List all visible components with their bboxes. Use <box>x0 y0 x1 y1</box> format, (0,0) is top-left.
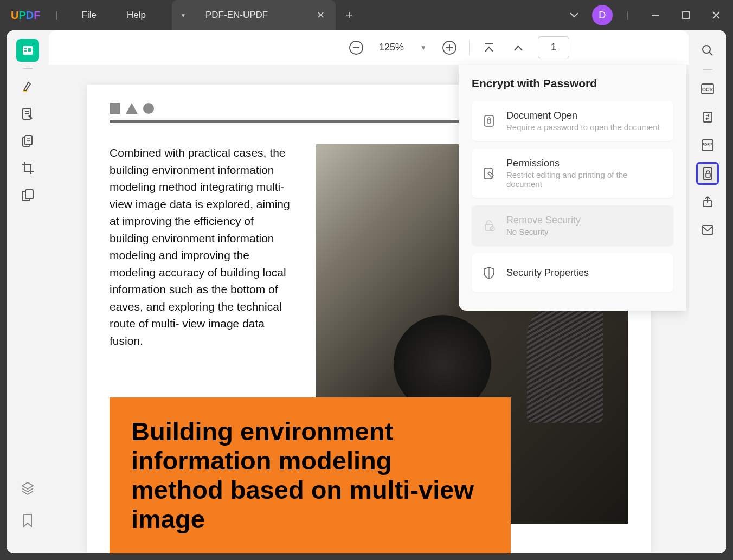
option-title: Security Properties <box>506 267 589 279</box>
maximize-button[interactable] <box>673 4 698 26</box>
layers-button[interactable] <box>16 477 39 499</box>
menu-file[interactable]: File <box>67 10 112 21</box>
svg-rect-11 <box>25 136 32 145</box>
svg-rect-6 <box>23 91 27 92</box>
email-button[interactable] <box>696 218 719 241</box>
page-number-input[interactable] <box>538 36 569 59</box>
search-button[interactable] <box>696 39 719 62</box>
svg-line-30 <box>709 52 712 55</box>
compare-tool[interactable] <box>16 184 39 207</box>
tab-active[interactable]: PDF-EN-UPDF ✕ <box>195 0 336 30</box>
window-close-button[interactable] <box>704 4 729 26</box>
crop-tool[interactable] <box>16 157 39 179</box>
zoom-level: 125% <box>376 42 407 53</box>
title-box: Building environment information modelin… <box>110 397 511 553</box>
option-title: Document Open <box>506 110 660 121</box>
separator <box>469 40 470 55</box>
separator <box>23 68 33 69</box>
history-dropdown[interactable] <box>562 3 587 28</box>
share-button[interactable] <box>696 190 719 213</box>
separator: | <box>55 10 57 20</box>
remove-security-option: Remove Security No Security <box>472 205 673 246</box>
svg-rect-22 <box>485 115 493 126</box>
bookmark-button[interactable] <box>16 509 39 532</box>
menu-help[interactable]: Help <box>112 10 161 21</box>
encrypt-panel: Encrypt with Password Document Open Requ… <box>459 65 686 311</box>
svg-rect-3 <box>24 48 27 49</box>
svg-rect-4 <box>24 50 27 52</box>
svg-rect-23 <box>487 120 491 123</box>
tab-dropdown[interactable]: ▼ <box>172 0 195 30</box>
user-avatar[interactable]: D <box>592 5 613 25</box>
top-toolbar: 125% ▼ <box>49 30 689 65</box>
panel-title: Encrypt with Password <box>472 77 673 90</box>
minimize-button[interactable] <box>643 4 668 26</box>
workspace: 125% ▼ Combined with pr <box>7 30 726 553</box>
separator <box>703 69 712 70</box>
zoom-in-button[interactable] <box>440 38 459 57</box>
svg-rect-5 <box>28 48 31 52</box>
tab-add-button[interactable]: + <box>336 0 363 30</box>
option-subtitle: Require a password to open the document <box>506 123 660 132</box>
document-open-option[interactable]: Document Open Require a password to open… <box>472 101 673 141</box>
shield-icon <box>481 265 497 280</box>
option-subtitle: No Security <box>506 227 581 236</box>
svg-rect-37 <box>706 173 710 177</box>
svg-rect-15 <box>25 190 33 199</box>
close-icon[interactable]: ✕ <box>317 9 325 21</box>
permissions-option[interactable]: Permissions Restrict editing and printin… <box>472 149 673 198</box>
main-area: 125% ▼ Combined with pr <box>49 30 689 553</box>
option-title: Permissions <box>506 158 664 169</box>
svg-rect-39 <box>702 226 713 234</box>
tab-area: ▼ PDF-EN-UPDF ✕ + <box>172 0 363 30</box>
svg-rect-1 <box>683 12 689 18</box>
svg-rect-0 <box>652 15 659 16</box>
square-icon <box>110 103 120 114</box>
svg-point-29 <box>703 46 710 53</box>
reader-tool[interactable] <box>16 39 39 62</box>
svg-text:OCR: OCR <box>702 87 713 92</box>
triangle-icon <box>126 103 138 114</box>
ocr-button[interactable]: OCR <box>696 78 719 100</box>
edit-doc-icon <box>481 166 497 181</box>
option-subtitle: Restrict editing and printing of the doc… <box>506 170 664 189</box>
svg-rect-2 <box>23 46 33 55</box>
unlock-icon <box>481 218 497 233</box>
separator: | <box>627 10 629 20</box>
svg-rect-33 <box>703 112 712 122</box>
right-toolbar: OCR PDF/A <box>689 30 726 553</box>
title-bar: UPDF | File Help ▼ PDF-EN-UPDF ✕ + D | <box>0 0 733 30</box>
organize-pages-tool[interactable] <box>16 130 39 152</box>
svg-text:PDF/A: PDF/A <box>702 143 713 146</box>
first-page-button[interactable] <box>479 38 499 57</box>
document-title: Building environment information modelin… <box>131 417 489 534</box>
encrypt-button[interactable] <box>696 162 719 185</box>
zoom-dropdown[interactable]: ▼ <box>417 44 430 52</box>
security-properties-option[interactable]: Security Properties <box>472 253 673 292</box>
highlight-tool[interactable] <box>16 75 39 98</box>
prev-page-button[interactable] <box>509 38 528 57</box>
pdfa-button[interactable]: PDF/A <box>696 134 719 157</box>
circle-icon <box>143 103 154 114</box>
edit-pdf-tool[interactable] <box>16 102 39 125</box>
convert-button[interactable] <box>696 106 719 128</box>
app-logo: UPDF <box>4 9 47 22</box>
left-toolbar <box>7 30 49 553</box>
zoom-out-button[interactable] <box>346 38 366 57</box>
tab-title: PDF-EN-UPDF <box>205 10 268 21</box>
option-title: Remove Security <box>506 215 581 226</box>
lock-icon <box>481 113 497 128</box>
